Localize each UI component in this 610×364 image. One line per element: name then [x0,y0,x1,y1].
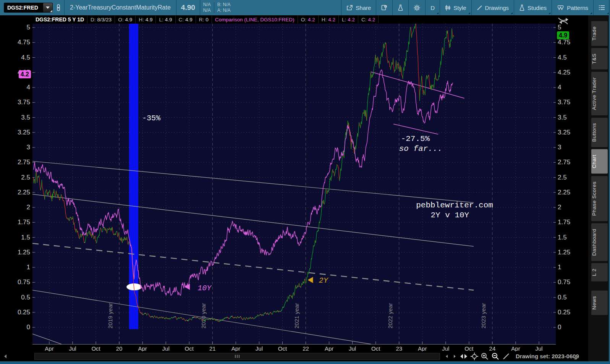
y-axis-label: 2.75 [558,159,570,166]
drawings-button[interactable]: Drawings [471,0,514,15]
link-chain-icon[interactable] [53,0,64,15]
step-right-icon[interactable] [450,352,459,361]
drawing-line-icon [477,5,482,11]
ohlc-field: D:8/3/23 [87,16,115,23]
ohlc-field: L:4.9 [156,16,175,23]
sidebar-tab-buttons[interactable]: Buttons [591,118,608,147]
pan-mode-icon[interactable] [459,352,468,361]
x-axis-label: 24 [484,345,501,352]
y-axis-label: 1.25 [18,249,30,256]
x-axis-label: Apr [414,345,431,352]
x-axis-label: Jul [251,345,267,352]
y-axis-label: 0 [27,324,30,331]
y-axis-label: 0.25 [18,309,30,316]
chart-region: DGS2:FRED 5 Y 1DD:8/3/23O:4.9H:4.9L:4.9C… [0,15,588,361]
y-axis-label: 4.25 [558,69,570,76]
right-price-axis[interactable]: 54.754.54.2543.753.53.2532.752.52.2521.7… [557,24,588,344]
y-axis-label: 4.75 [558,39,570,46]
chart-menu-button[interactable] [593,0,610,15]
bid-value: B: N/A [217,2,231,8]
y-axis-label: 4 [27,84,30,91]
chart-bottom-toolbar: Drawing set: 2023-0609 [0,351,588,361]
ohlc-field: R:0 [196,16,212,23]
sidebar-tab-dashboard[interactable]: Dashboard [591,223,608,261]
crosshair-zoom-icon[interactable] [470,352,479,361]
price-chart-canvas[interactable]: 2019 year2020 year2021 year2022 year2023… [32,24,556,344]
sidebar-tab-news[interactable]: News [591,291,608,315]
x-axis-label: Jul [344,345,361,352]
y-axis-label: 2.5 [21,174,30,181]
symbol-description: 2-YearTreasuryConstantMaturityRate [65,4,176,11]
quote-na-1: N/A [203,2,211,8]
y-axis-label: 2.75 [18,159,30,166]
auto-fit-axes-icon[interactable] [557,16,570,26]
zoom-out-icon[interactable] [491,352,500,361]
comparison-field: C:4.2 [358,16,379,23]
x-axis-label: Oct [274,345,291,352]
analysis-flask-button[interactable] [392,0,408,15]
annotation-text: pebblewriter.com [416,201,493,210]
y-axis-label: 0 [558,324,561,331]
x-axis-label: Jul [437,345,454,352]
notes-button[interactable] [376,0,392,15]
y-axis-label: 4.75 [18,39,30,46]
sidebar-tab-t-s[interactable]: T&S [591,48,608,70]
symbol-input[interactable]: DGS2:FRED [4,3,53,13]
x-axis-label: Apr [321,345,338,352]
zoom-in-icon[interactable] [480,352,489,361]
settings-button[interactable] [408,0,425,15]
drawing-set-caret-icon [574,357,577,359]
annotation-text: 2Y v 10Y [430,211,469,220]
x-axis-label: Oct [181,345,197,352]
list-menu-icon [599,5,605,10]
y-axis-label: 3.75 [18,99,30,106]
time-axis[interactable]: AprJulOct20AprJulOct21AprJulOct22AprJulO… [32,344,556,352]
ohlc-symbol-title[interactable]: DGS2:FRED 5 Y 1D [32,16,87,23]
y-axis-label: 1.5 [558,234,567,241]
gear-icon [414,5,420,11]
svg-text:2022 year: 2022 year [387,303,393,328]
symbol-corner-grip-icon [50,10,52,12]
y-axis-label: 3.5 [558,114,567,121]
chevron-down-icon [46,6,50,9]
y-axis-label: 0.75 [558,279,570,286]
sidebar-tab-phase-scores[interactable]: Phase Scores [591,176,608,221]
sidebar-tab-active-trader[interactable]: Active Trader [591,72,608,115]
toolbar-right-buttons: Share D [341,0,610,15]
share-button[interactable]: Share [341,0,376,15]
annotation-text: -27.5% [401,134,430,143]
studies-button[interactable]: Studies [514,0,552,15]
flask-icon [398,5,403,11]
comparison-field: O:4.2 [298,16,319,23]
patterns-button[interactable]: Patterns [552,0,593,15]
sidebar-tab-trade[interactable]: Trade [591,21,608,46]
sidebar-tab-chart[interactable]: Chart [591,149,608,174]
y-axis-label: 3 [558,144,561,151]
corner-caret-icon [590,12,592,14]
scroll-left-icon[interactable] [1,352,10,361]
y-axis-label: 1.5 [21,234,30,241]
ohlc-field: H:4.9 [136,16,156,23]
time-scrollbar[interactable] [34,353,440,360]
left-price-axis[interactable]: 54.754.54.2543.753.53.2532.752.52.2521.7… [0,24,32,344]
annotation-text: so far... [399,144,442,153]
y-axis-label: 3 [27,144,30,151]
x-axis-label: Oct [367,345,384,352]
timeframe-button[interactable]: D [425,0,440,15]
y-axis-label: 3.5 [21,114,30,121]
annotation-text: -35% [142,114,161,123]
style-button[interactable]: Style [440,0,471,15]
drawing-set-label[interactable]: Drawing set: 2023-0609 [516,353,579,359]
x-axis-label: Apr [134,345,151,352]
sidebar-tab-l-2[interactable]: L 2 [591,263,608,281]
y-axis-label: 0.75 [18,279,30,286]
svg-text:2023 year: 2023 year [480,303,487,328]
y-axis-label: 2.25 [18,189,30,196]
comparison-study-label[interactable]: Comparison (LINE, DGS10:FRED) [212,16,298,23]
y-axis-label: 4 [558,84,561,91]
drawing-tool-icon[interactable] [502,352,511,361]
comparison-field: L:4.2 [339,16,358,23]
y-axis-label: 3.75 [558,99,570,106]
y-axis-label: 4.5 [558,54,567,61]
ohlc-field: C:4.9 [176,16,196,23]
